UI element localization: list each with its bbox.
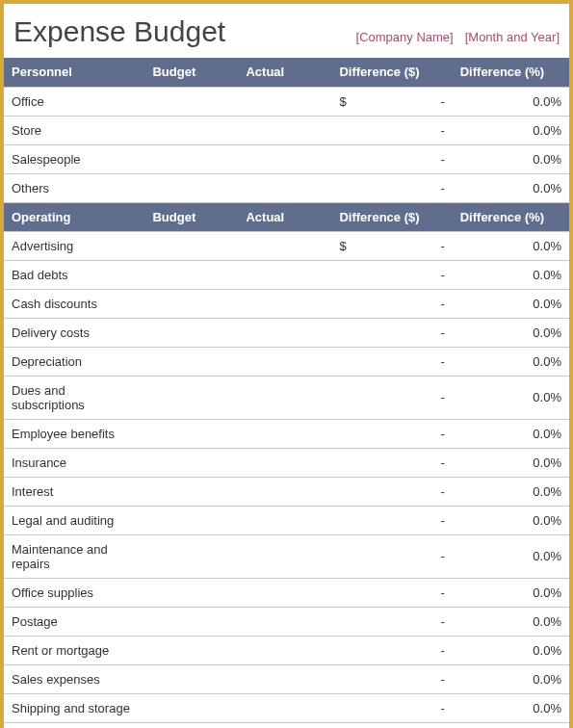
row-label: Office [4, 87, 144, 116]
cell-diff-dollar: - [331, 693, 452, 722]
currency-symbol: $ [339, 94, 346, 109]
col-actual: Actual [238, 58, 331, 87]
cell-diff-pct: 0.0% [453, 477, 569, 506]
header: Expense Budget [Company Name] [Month and… [4, 4, 569, 58]
cell-budget[interactable] [144, 506, 238, 534]
cell-budget[interactable] [144, 607, 238, 636]
table-row: Bad debts-0.0% [4, 260, 569, 289]
table-row: Advertising$-0.0% [4, 231, 569, 260]
cell-diff-dollar: - [331, 448, 452, 477]
diff-value: - [440, 643, 444, 658]
cell-diff-pct: 0.0% [453, 722, 569, 728]
cell-actual[interactable] [238, 289, 331, 318]
section-header: OperatingBudgetActualDifference ($)Diffe… [4, 202, 569, 231]
cell-actual[interactable] [238, 607, 331, 636]
table-row: Insurance-0.0% [4, 448, 569, 477]
row-label: Employee benefits [4, 419, 144, 448]
table-row: Shipping and storage-0.0% [4, 693, 569, 722]
cell-diff-dollar: - [331, 664, 452, 693]
cell-diff-dollar: - [331, 376, 452, 419]
cell-diff-dollar: - [331, 144, 452, 173]
cell-actual[interactable] [238, 722, 331, 728]
company-name-placeholder[interactable]: [Company Name] [356, 30, 454, 44]
cell-actual[interactable] [238, 477, 331, 506]
row-label: Insurance [4, 448, 144, 477]
cell-budget[interactable] [144, 260, 238, 289]
row-label: Sales expenses [4, 664, 144, 693]
cell-budget[interactable] [144, 376, 238, 419]
cell-actual[interactable] [238, 318, 331, 347]
diff-value: - [440, 239, 444, 253]
diff-value: - [440, 614, 444, 629]
cell-diff-pct: 0.0% [453, 448, 569, 477]
cell-diff-dollar: $- [331, 87, 452, 116]
table-row: Others-0.0% [4, 173, 569, 202]
table-row: Legal and auditing-0.0% [4, 506, 569, 534]
cell-budget[interactable] [144, 144, 238, 173]
cell-actual[interactable] [238, 347, 331, 376]
cell-actual[interactable] [238, 419, 331, 448]
cell-diff-dollar: - [331, 636, 452, 664]
cell-actual[interactable] [238, 636, 331, 664]
cell-actual[interactable] [238, 578, 331, 607]
diff-value: - [440, 94, 444, 109]
row-label: Bad debts [4, 260, 144, 289]
cell-budget[interactable] [144, 347, 238, 376]
row-label: Legal and auditing [4, 506, 144, 534]
cell-actual[interactable] [238, 144, 331, 173]
cell-budget[interactable] [144, 87, 238, 116]
cell-diff-pct: 0.0% [453, 87, 569, 116]
table-row: Depreciation-0.0% [4, 347, 569, 376]
cell-actual[interactable] [238, 693, 331, 722]
cell-budget[interactable] [144, 419, 238, 448]
cell-budget[interactable] [144, 664, 238, 693]
cell-actual[interactable] [238, 173, 331, 202]
cell-actual[interactable] [238, 506, 331, 534]
cell-actual[interactable] [238, 664, 331, 693]
table-row: Office supplies-0.0% [4, 578, 569, 607]
col-diff-pct: Difference (%) [453, 202, 569, 231]
cell-budget[interactable] [144, 693, 238, 722]
row-label: Cash discounts [4, 289, 144, 318]
diff-value: - [440, 585, 444, 600]
diff-value: - [440, 390, 444, 404]
row-label: Delivery costs [4, 318, 144, 347]
cell-budget[interactable] [144, 636, 238, 664]
diff-value: - [440, 427, 444, 441]
cell-budget[interactable] [144, 578, 238, 607]
cell-diff-dollar: - [331, 289, 452, 318]
cell-diff-pct: 0.0% [453, 347, 569, 376]
month-year-placeholder[interactable]: [Month and Year] [465, 30, 560, 44]
table-row: Rent or mortgage-0.0% [4, 636, 569, 664]
row-label: Office supplies [4, 578, 144, 607]
cell-budget[interactable] [144, 318, 238, 347]
cell-actual[interactable] [238, 260, 331, 289]
cell-actual[interactable] [238, 376, 331, 419]
cell-actual[interactable] [238, 231, 331, 260]
cell-budget[interactable] [144, 722, 238, 728]
row-label: Interest [4, 477, 144, 506]
cell-budget[interactable] [144, 477, 238, 506]
diff-value: - [440, 513, 444, 528]
table-row: Sales expenses-0.0% [4, 664, 569, 693]
cell-budget[interactable] [144, 289, 238, 318]
cell-diff-pct: 0.0% [453, 116, 569, 144]
cell-diff-pct: 0.0% [453, 318, 569, 347]
cell-diff-pct: 0.0% [453, 376, 569, 419]
cell-budget[interactable] [144, 231, 238, 260]
cell-diff-pct: 0.0% [453, 534, 569, 578]
cell-diff-pct: 0.0% [453, 173, 569, 202]
cell-actual[interactable] [238, 87, 331, 116]
cell-diff-dollar: - [331, 722, 452, 728]
cell-actual[interactable] [238, 534, 331, 578]
col-budget: Budget [144, 58, 238, 87]
diff-value: - [440, 152, 444, 167]
cell-actual[interactable] [238, 448, 331, 477]
row-label: Salespeople [4, 144, 144, 173]
cell-budget[interactable] [144, 448, 238, 477]
cell-budget[interactable] [144, 173, 238, 202]
cell-budget[interactable] [144, 534, 238, 578]
cell-diff-dollar: - [331, 173, 452, 202]
cell-budget[interactable] [144, 116, 238, 144]
cell-actual[interactable] [238, 116, 331, 144]
